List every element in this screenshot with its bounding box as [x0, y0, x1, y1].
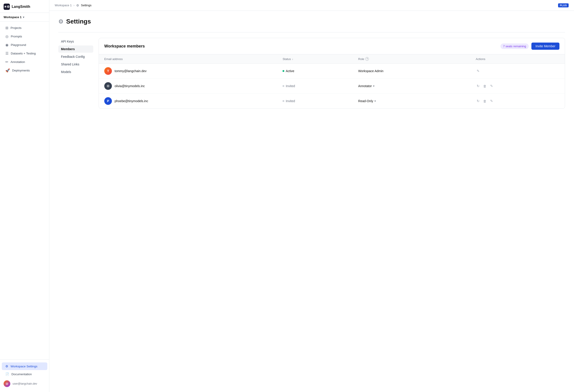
settings-gear-icon: ⚙: [58, 18, 63, 25]
role-help-icon[interactable]: ?: [365, 57, 369, 61]
page-title-section: ⚙ Settings: [58, 18, 565, 25]
sidebar-item-label: Workspace Settings: [11, 365, 38, 368]
logo-icon: ✶⚙: [4, 4, 10, 10]
sort-icon: ↓: [292, 57, 293, 60]
role-label: Read-Only: [358, 99, 373, 103]
gear-icon: ⚙: [5, 364, 8, 368]
member-status-cell: Active: [277, 64, 353, 79]
workspace-name: Workspace 1: [4, 16, 21, 19]
playground-icon: ◉: [5, 43, 8, 47]
settings-nav-feedback-config[interactable]: Feedback Config: [58, 53, 93, 60]
breadcrumb-current: Settings: [81, 4, 91, 7]
member-email: phoebe@tinymodels.inc: [115, 99, 148, 103]
sidebar-item-label: Projects: [11, 26, 21, 30]
member-actions-cell: ✎: [471, 64, 565, 79]
edit-button[interactable]: ✎: [476, 68, 480, 74]
member-role-cell: Read-Only ▾: [353, 94, 471, 109]
status-invited-dot: [283, 100, 284, 102]
prompts-icon: ◎: [5, 34, 8, 38]
edit-button[interactable]: ✎: [489, 83, 494, 89]
delete-button[interactable]: 🗑: [482, 83, 488, 89]
table-row: T tommy@langchain.dev Active: [99, 64, 565, 79]
page-content: ⚙ Settings API Keys Members Feedback Con…: [49, 11, 574, 392]
sidebar-item-playground[interactable]: ◉ Playground: [2, 41, 47, 49]
sidebar-item-deployments[interactable]: 🚀 Deployments: [2, 66, 47, 75]
col-actions: Actions: [471, 55, 565, 64]
page-title: Settings: [66, 18, 91, 25]
sidebar-item-label: Datasets + Testing: [11, 52, 36, 55]
sidebar-item-annotation[interactable]: ✏ Annotation: [2, 58, 47, 66]
status-active-dot: [283, 70, 284, 72]
member-email-cell: O olivia@tinymodels.inc: [99, 79, 277, 94]
breadcrumb-workspace[interactable]: Workspace 1: [55, 4, 72, 7]
sidebar-item-label: Playground: [11, 43, 26, 47]
col-status[interactable]: Status ↓: [277, 55, 353, 64]
avatar: O: [104, 82, 112, 90]
chevron-down-icon[interactable]: ▾: [374, 99, 376, 103]
invite-member-button[interactable]: Invite Member: [532, 43, 559, 50]
sidebar-item-label: Annotation: [11, 60, 25, 64]
deployments-icon: 🚀: [5, 68, 10, 73]
member-role-cell: Annotator ▾: [353, 79, 471, 94]
sidebar-item-datasets[interactable]: ☰ Datasets + Testing: [2, 49, 47, 57]
datasets-icon: ☰: [5, 51, 8, 56]
annotation-icon: ✏: [5, 60, 8, 64]
settings-nav-shared-links[interactable]: Shared Links: [58, 61, 93, 68]
delete-button[interactable]: 🗑: [482, 98, 488, 104]
avatar: O: [4, 380, 10, 387]
settings-nav-models[interactable]: Models: [58, 68, 93, 75]
workspace-selector[interactable]: Workspace 1 ▾: [0, 13, 49, 22]
sidebar-item-documentation[interactable]: 📄 Documentation: [2, 370, 47, 378]
members-title: Workspace members: [104, 44, 145, 49]
refresh-button[interactable]: ↻: [476, 83, 480, 89]
sidebar-item-workspace-settings[interactable]: ⚙ Workspace Settings: [2, 362, 47, 370]
doc-icon: 📄: [5, 372, 9, 376]
member-actions-cell: ↻ 🗑 ✎: [471, 94, 565, 109]
role-label: Workspace Admin: [358, 69, 384, 73]
grid-icon: ⊞: [5, 26, 8, 30]
user-email: user@langchain.dev: [13, 382, 37, 385]
member-email-cell: P phoebe@tinymodels.inc: [99, 94, 277, 109]
status-label: Invited: [286, 84, 295, 88]
member-status-cell: Invited: [277, 94, 353, 109]
col-email: Email address: [99, 55, 277, 64]
sidebar-item-label: Documentation: [11, 373, 32, 376]
members-header-right: 7 seats remaining Invite Member: [500, 43, 559, 50]
edit-button[interactable]: ✎: [489, 98, 494, 104]
breadcrumb-gear-icon: ⚙: [76, 4, 79, 7]
member-email-cell: T tommy@langchain.dev: [99, 64, 277, 79]
settings-nav-api-keys[interactable]: API Keys: [58, 38, 93, 45]
sidebar-bottom: ⚙ Workspace Settings 📄 Documentation O u…: [0, 359, 49, 392]
main-nav: ⊞ Projects ◎ Prompts ◉ Playground ☰ Data…: [0, 22, 49, 359]
main-content: Workspace 1 › ⚙ Settings PLUS ⚙ Settings…: [49, 0, 574, 392]
refresh-button[interactable]: ↻: [476, 98, 480, 104]
breadcrumb-separator: ›: [74, 4, 74, 7]
members-table: Email address Status ↓ Role: [99, 55, 565, 108]
member-role-cell: Workspace Admin: [353, 64, 471, 79]
sidebar-item-label: Deployments: [12, 69, 30, 72]
topbar: Workspace 1 › ⚙ Settings PLUS: [49, 0, 574, 11]
status-invited-dot: [283, 85, 284, 87]
app-name: LangSmith: [12, 5, 30, 9]
settings-nav-members[interactable]: Members: [58, 45, 93, 53]
settings-layout: API Keys Members Feedback Config Shared …: [58, 32, 565, 109]
chevron-down-icon[interactable]: ▾: [373, 84, 374, 88]
sidebar-item-label: Prompts: [11, 35, 22, 38]
sidebar-item-prompts[interactable]: ◎ Prompts: [2, 32, 47, 40]
table-row: O olivia@tinymodels.inc Invited: [99, 79, 565, 94]
sidebar-item-projects[interactable]: ⊞ Projects: [2, 24, 47, 32]
chevron-down-icon: ▾: [23, 16, 24, 19]
member-email: tommy@langchain.dev: [115, 69, 147, 73]
avatar: P: [104, 97, 112, 105]
status-label: Active: [286, 69, 294, 73]
status-label: Invited: [286, 99, 295, 103]
member-actions-cell: ↻ 🗑 ✎: [471, 79, 565, 94]
settings-nav: API Keys Members Feedback Config Shared …: [58, 38, 99, 109]
plan-badge[interactable]: PLUS: [558, 3, 569, 7]
members-header: Workspace members 7 seats remaining Invi…: [99, 38, 565, 55]
user-section[interactable]: O user@langchain.dev: [0, 378, 49, 389]
avatar: T: [104, 67, 112, 75]
members-panel: Workspace members 7 seats remaining Invi…: [99, 38, 565, 109]
member-status-cell: Invited: [277, 79, 353, 94]
logo[interactable]: ✶⚙ LangSmith: [0, 0, 49, 13]
